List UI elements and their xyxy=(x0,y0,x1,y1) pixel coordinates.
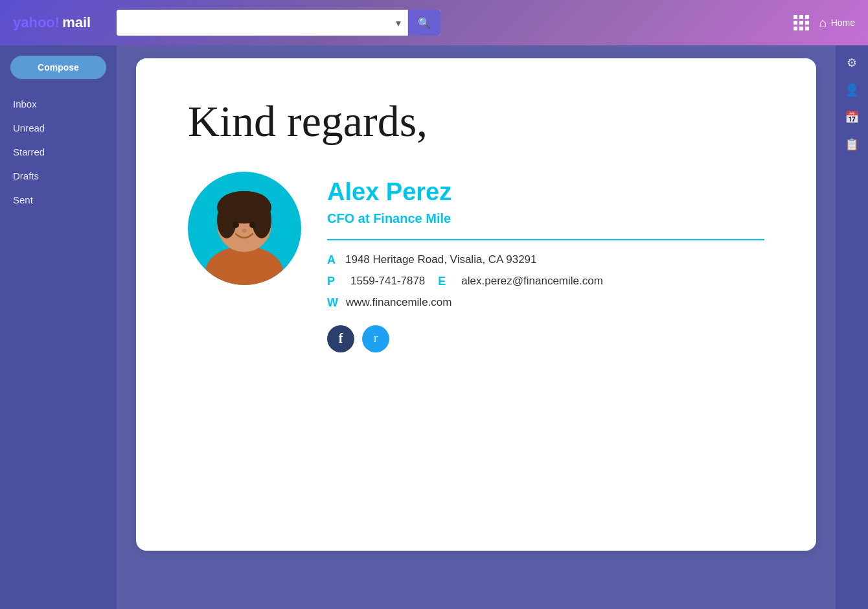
svg-point-6 xyxy=(233,222,239,228)
search-button[interactable]: 🔍 xyxy=(408,10,440,36)
phone-label: P xyxy=(327,275,337,288)
signer-name: Alex Perez xyxy=(327,178,764,206)
address-row: A 1948 Heritage Road, Visalia, CA 93291 xyxy=(327,253,764,267)
facebook-icon: f xyxy=(339,331,343,346)
sidebar-item-drafts[interactable]: Drafts xyxy=(0,164,117,188)
main-layout: Compose Inbox Unread Starred Drafts Sent… xyxy=(0,45,868,609)
search-icon: 🔍 xyxy=(418,17,431,29)
sidebar: Compose Inbox Unread Starred Drafts Sent xyxy=(0,45,117,609)
website-row: W www.financemile.com xyxy=(327,296,764,310)
phone-value: 1559-741-7878 xyxy=(350,275,425,288)
sidebar-item-starred[interactable]: Starred xyxy=(0,140,117,164)
search-bar: ▾ 🔍 xyxy=(117,10,440,36)
address-value: 1948 Heritage Road, Visalia, CA 93291 xyxy=(345,253,537,266)
grid-apps-icon[interactable] xyxy=(794,15,809,30)
twitter-icon: 𝕣 xyxy=(373,332,378,345)
address-label: A xyxy=(327,253,337,267)
social-icons: f 𝕣 xyxy=(327,325,764,352)
phone-email-row: P 1559-741-7878 E alex.perez@financemile… xyxy=(327,275,764,288)
home-link[interactable]: ⌂ Home xyxy=(819,16,855,30)
avatar xyxy=(188,172,301,285)
signature-greeting: Kind regards, xyxy=(188,97,764,146)
email-label: E xyxy=(438,275,448,288)
signer-title: CFO at Finance Mile xyxy=(327,211,764,226)
title-prefix: CFO at xyxy=(327,211,373,225)
chevron-down-icon: ▾ xyxy=(396,17,401,29)
website-label: W xyxy=(327,296,338,310)
main-content: Kind regards, xyxy=(117,45,836,609)
mail-text: mail xyxy=(62,14,91,31)
twitter-button[interactable]: 𝕣 xyxy=(362,325,389,352)
sidebar-item-sent[interactable]: Sent xyxy=(0,188,117,212)
signature-body: Alex Perez CFO at Finance Mile A 1948 He… xyxy=(188,172,764,352)
svg-point-5 xyxy=(220,191,269,214)
compose-button[interactable]: Compose xyxy=(10,56,106,79)
logo: yahoo!mail xyxy=(13,14,104,31)
yahoo-text: yahoo! xyxy=(13,14,60,31)
header: yahoo!mail ▾ 🔍 ⌂ Home xyxy=(0,0,868,45)
settings-icon[interactable]: ⚙ xyxy=(847,56,857,70)
calendar-icon[interactable]: 📅 xyxy=(845,110,859,124)
notes-icon[interactable]: 📋 xyxy=(845,137,859,152)
search-input[interactable] xyxy=(117,10,389,36)
search-dropdown-button[interactable]: ▾ xyxy=(389,10,408,36)
sidebar-item-inbox[interactable]: Inbox xyxy=(0,92,117,116)
contact-details: A 1948 Heritage Road, Visalia, CA 93291 … xyxy=(327,253,764,310)
company-name: Finance Mile xyxy=(373,211,451,225)
divider xyxy=(327,239,764,240)
home-label: Home xyxy=(831,17,855,28)
svg-point-7 xyxy=(249,222,256,228)
svg-point-8 xyxy=(242,229,247,233)
email-card: Kind regards, xyxy=(136,58,816,551)
right-sidebar: ⚙ 👤 📅 📋 xyxy=(836,45,868,609)
contacts-icon[interactable]: 👤 xyxy=(845,83,859,97)
website-value: www.financemile.com xyxy=(346,296,451,309)
facebook-button[interactable]: f xyxy=(327,325,354,352)
home-icon: ⌂ xyxy=(819,16,827,30)
email-value: alex.perez@financemile.com xyxy=(461,275,603,288)
sidebar-item-unread[interactable]: Unread xyxy=(0,116,117,140)
signature-info: Alex Perez CFO at Finance Mile A 1948 He… xyxy=(327,172,764,352)
header-icons: ⌂ Home xyxy=(794,15,855,30)
